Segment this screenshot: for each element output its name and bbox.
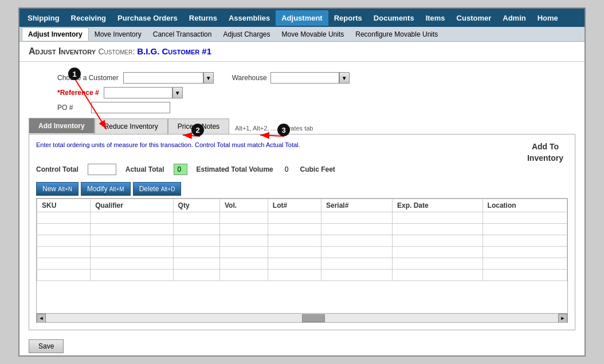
col-lot: Lot#: [268, 199, 321, 212]
page-title: Adjust Inventory Customer: B.I.G. Custom…: [29, 46, 211, 56]
tab-content: Enter total ordering units of measure fo…: [29, 134, 575, 330]
po-input[interactable]: [91, 102, 170, 113]
tabs-row: Add Inventory Reduce Inventory Price & N…: [29, 118, 575, 134]
tab-hint: Alt+1, Alt+2, ... activates tab: [235, 125, 313, 134]
annotation-3: 3: [277, 124, 290, 136]
nav-item-purchase-orders[interactable]: Purchase Orders: [112, 10, 183, 26]
table-row: [37, 235, 567, 247]
estimated-volume-value: 0: [283, 164, 291, 175]
warehouse-input[interactable]: Warehouse #1: [270, 72, 339, 84]
actual-total-value: 0: [174, 164, 187, 175]
col-serial: Serial#: [321, 199, 392, 212]
nav-item-adjustment[interactable]: Adjustment: [276, 10, 328, 26]
subnav-move-movable-units[interactable]: Move Movable Units: [276, 28, 350, 41]
save-button[interactable]: Save: [29, 339, 64, 353]
subnav-cancel-transaction[interactable]: Cancel Transaction: [147, 28, 218, 41]
warehouse-select-wrapper: Warehouse #1 ▼: [270, 72, 350, 84]
subnav-reconfigure-movable-units[interactable]: Reconfigure Movable Units: [350, 28, 444, 41]
po-label: PO #: [57, 104, 73, 112]
reference-dropdown-btn[interactable]: ▼: [172, 87, 183, 98]
estimated-volume-label: Estimated Total Volume: [197, 165, 273, 173]
page-title-bar: Adjust Inventory Customer: B.I.G. Custom…: [19, 42, 585, 62]
actual-total-label: Actual Total: [125, 165, 164, 173]
scroll-thumb[interactable]: [302, 314, 325, 322]
scroll-right-btn[interactable]: ►: [558, 314, 567, 323]
nav-item-receiving[interactable]: Receiving: [65, 10, 112, 26]
col-sku: SKU: [37, 199, 91, 212]
col-qualifier: Qualifier: [91, 199, 173, 212]
col-qty: Qty: [173, 199, 219, 212]
control-total-label: Control Total: [36, 165, 79, 173]
new-button[interactable]: New Alt+N: [36, 182, 79, 196]
warehouse-dropdown-btn[interactable]: ▼: [339, 72, 350, 84]
customer-input[interactable]: B.I.G. Customer #1: [123, 72, 203, 84]
main-nav: Shipping Receiving Purchase Orders Retur…: [19, 9, 585, 27]
customer-select-wrapper: B.I.G. Customer #1 ▼: [123, 72, 214, 84]
info-text: Enter total ordering units of measure fo…: [36, 141, 300, 148]
table-row: [37, 212, 567, 224]
cubic-feet-label: Cubic Feet: [300, 165, 335, 173]
annotation-2: 2: [191, 124, 204, 136]
table-row: [37, 270, 567, 281]
table-row: [37, 247, 567, 258]
nav-item-documents[interactable]: Documents: [368, 10, 420, 26]
nav-item-admin[interactable]: Admin: [497, 10, 531, 26]
customer-name-title: B.I.G. Customer #1: [137, 46, 211, 56]
delete-button[interactable]: Delete Alt+D: [133, 182, 182, 196]
nav-item-home[interactable]: Home: [532, 10, 564, 26]
nav-item-items[interactable]: Items: [420, 10, 451, 26]
reference-select-wrapper: ▼: [104, 87, 183, 98]
sub-nav: Adjust Inventory Move Inventory Cancel T…: [19, 27, 585, 42]
customer-dropdown-btn[interactable]: ▼: [203, 72, 214, 84]
data-table-wrapper: SKU Qualifier Qty Vol. Lot# Serial# Exp.…: [36, 198, 568, 323]
table-row: [37, 258, 567, 270]
warehouse-label: Warehouse: [232, 74, 267, 82]
scroll-left-btn[interactable]: ◄: [37, 314, 46, 323]
nav-item-reports[interactable]: Reports: [328, 10, 368, 26]
horizontal-scrollbar[interactable]: ◄ ►: [37, 313, 567, 322]
add-to-inventory-label: Add ToInventory: [527, 141, 563, 164]
subnav-move-inventory[interactable]: Move Inventory: [89, 28, 147, 41]
scroll-track[interactable]: [46, 314, 558, 323]
table-scroll-area[interactable]: SKU Qualifier Qty Vol. Lot# Serial# Exp.…: [37, 199, 567, 313]
save-row: Save: [29, 335, 575, 358]
col-location: Location: [483, 199, 567, 212]
totals-row: Control Total 0 Actual Total 0 Estimated…: [36, 164, 568, 175]
annotation-1: 1: [68, 68, 81, 80]
tab-reduce-inventory[interactable]: Reduce Inventory: [95, 118, 168, 134]
subnav-adjust-inventory[interactable]: Adjust Inventory: [22, 27, 89, 41]
nav-item-customer[interactable]: Customer: [451, 10, 497, 26]
nav-item-shipping[interactable]: Shipping: [22, 10, 65, 26]
choose-customer-label: Choose a Customer: [57, 74, 119, 82]
col-vol: Vol.: [220, 199, 268, 212]
control-total-input[interactable]: 0: [88, 164, 116, 175]
tab-add-inventory[interactable]: Add Inventory: [29, 118, 95, 134]
table-buttons: New Alt+N Modify Alt+M Delete Alt+D: [36, 182, 568, 196]
subnav-adjust-charges[interactable]: Adjust Charges: [217, 28, 276, 41]
customer-label: Customer:: [98, 47, 137, 56]
reference-input[interactable]: [104, 87, 172, 98]
modify-button[interactable]: Modify Alt+M: [81, 182, 131, 196]
col-exp-date: Exp. Date: [392, 199, 483, 212]
nav-item-assemblies[interactable]: Assemblies: [223, 10, 276, 26]
table-row: [37, 224, 567, 235]
data-table: SKU Qualifier Qty Vol. Lot# Serial# Exp.…: [37, 199, 567, 281]
nav-item-returns[interactable]: Returns: [183, 10, 223, 26]
reference-label: *Reference #: [57, 89, 99, 97]
